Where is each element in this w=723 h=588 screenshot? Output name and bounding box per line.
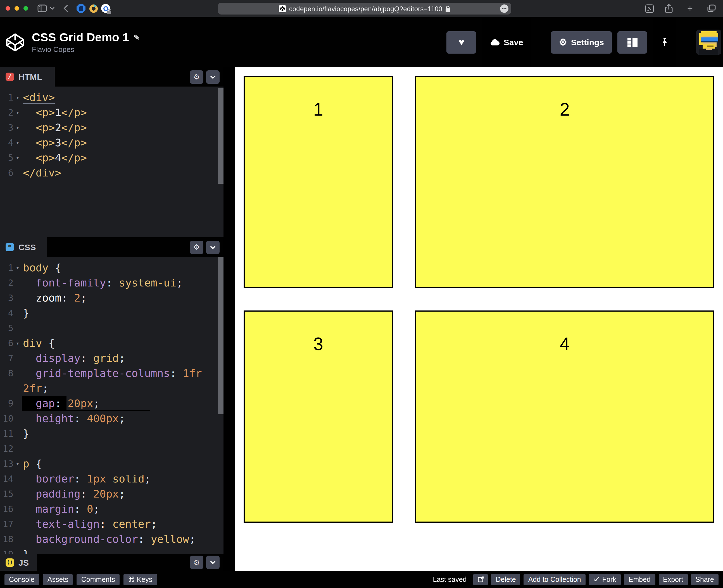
code-line[interactable]: 15 padding: 20px; bbox=[0, 486, 223, 501]
share-icon[interactable] bbox=[663, 2, 675, 15]
line-number: 16 bbox=[0, 501, 14, 517]
code-line[interactable]: 2fr; bbox=[0, 381, 223, 396]
code-text: } bbox=[22, 547, 29, 554]
assets-button[interactable]: Assets bbox=[43, 574, 73, 585]
code-line[interactable]: 4} bbox=[0, 306, 223, 320]
html-settings-gear-icon[interactable]: ⚙ bbox=[190, 70, 203, 83]
keyboard-shortcuts-button[interactable]: ⌘ Keys bbox=[123, 574, 157, 585]
tab-html[interactable]: / HTML bbox=[0, 67, 55, 87]
back-button[interactable] bbox=[59, 2, 72, 15]
fork-button[interactable]: Fork bbox=[589, 574, 621, 585]
preview-pane: 1234 bbox=[235, 67, 723, 571]
code-line[interactable]: 2▾ <p>1</p> bbox=[0, 105, 223, 120]
code-text: gap: 20px; bbox=[22, 396, 100, 411]
sidebar-chevron-icon[interactable] bbox=[48, 2, 56, 15]
change-view-button[interactable] bbox=[617, 31, 647, 53]
fold-caret-icon[interactable]: ▾ bbox=[14, 150, 22, 165]
fold-caret-icon[interactable]: ▾ bbox=[14, 135, 22, 150]
stop-hand-extension-icon[interactable] bbox=[76, 3, 86, 14]
footer-bar: Console Assets Comments ⌘ Keys Last save… bbox=[0, 571, 723, 588]
code-line[interactable]: 5▾ <p>4</p> bbox=[0, 150, 223, 165]
code-line[interactable]: 1▾body { bbox=[0, 260, 223, 275]
footer-right: Last saved Delete Add to Collection Fork… bbox=[433, 574, 719, 585]
code-line[interactable]: 3 zoom: 2; bbox=[0, 290, 223, 306]
donut-chart-extension-icon[interactable] bbox=[88, 3, 98, 14]
password-manager-extension-icon[interactable] bbox=[101, 3, 111, 14]
tab-css[interactable]: * CSS bbox=[0, 237, 47, 257]
js-settings-gear-icon[interactable]: ⚙ bbox=[190, 555, 203, 569]
fold-caret-icon[interactable]: ▾ bbox=[14, 456, 22, 471]
line-number: 7 bbox=[0, 351, 14, 366]
fold-caret-icon[interactable]: ▾ bbox=[14, 90, 22, 105]
open-live-view-button[interactable] bbox=[473, 574, 488, 585]
address-bar[interactable]: codepen.io/flaviocopes/pen/abjpogQ?edito… bbox=[218, 3, 511, 15]
edit-title-icon[interactable]: ✎ bbox=[134, 33, 140, 42]
html-collapse-chevron-icon[interactable] bbox=[206, 70, 220, 83]
fold-caret-icon[interactable]: ▾ bbox=[14, 120, 22, 135]
fold-caret-icon[interactable]: ▾ bbox=[14, 260, 22, 275]
tab-js[interactable]: () JS bbox=[0, 554, 37, 571]
js-collapse-chevron-icon[interactable] bbox=[206, 555, 220, 569]
code-line[interactable]: 8 grid-template-columns: 1fr bbox=[0, 366, 223, 381]
code-line[interactable]: 1▾<div> bbox=[0, 90, 223, 105]
tab-overview-icon[interactable] bbox=[705, 2, 718, 15]
console-button[interactable]: Console bbox=[4, 574, 39, 585]
comments-button[interactable]: Comments bbox=[77, 574, 120, 585]
fullscreen-window-button[interactable] bbox=[23, 6, 28, 10]
embed-button[interactable]: Embed bbox=[624, 574, 655, 585]
new-tab-icon[interactable]: + bbox=[684, 2, 696, 15]
code-line[interactable]: 10 height: 400px; bbox=[0, 411, 223, 426]
code-text: body { bbox=[22, 260, 61, 275]
add-to-collection-button[interactable]: Add to Collection bbox=[524, 574, 585, 585]
code-line[interactable]: 3▾ <p>2</p> bbox=[0, 120, 223, 135]
ring-shape bbox=[103, 6, 108, 11]
code-line[interactable]: 9 gap: 20px; bbox=[0, 396, 223, 411]
fold-caret-icon[interactable]: ▾ bbox=[14, 105, 22, 120]
delete-button[interactable]: Delete bbox=[491, 574, 520, 585]
code-line[interactable]: 2 font-family: system-ui; bbox=[0, 275, 223, 290]
fold-caret-icon bbox=[14, 290, 22, 306]
css-code-editor[interactable]: 1▾body {2 font-family: system-ui;3 zoom:… bbox=[0, 257, 223, 554]
export-button[interactable]: Export bbox=[659, 574, 687, 585]
html-code-editor[interactable]: 1▾<div>2▾ <p>1</p>3▾ <p>2</p>4▾ <p>3</p>… bbox=[0, 87, 223, 237]
code-line[interactable]: 6</div> bbox=[0, 165, 223, 181]
code-line[interactable]: 4▾ <p>3</p> bbox=[0, 135, 223, 150]
code-line[interactable]: 16 margin: 0; bbox=[0, 501, 223, 517]
page-menu-icon[interactable]: ••• bbox=[500, 4, 508, 13]
pen-author[interactable]: Flavio Copes bbox=[32, 45, 140, 54]
code-text: p { bbox=[22, 456, 42, 471]
code-line[interactable]: 11} bbox=[0, 426, 223, 441]
code-line[interactable]: 19} bbox=[0, 547, 223, 554]
code-line[interactable]: 13▾p { bbox=[0, 456, 223, 471]
notion-extension-icon[interactable]: N bbox=[645, 4, 654, 13]
code-line[interactable]: 7 display: grid; bbox=[0, 351, 223, 366]
code-text: text-align: center; bbox=[22, 517, 157, 531]
html-editor-scrollbar[interactable] bbox=[218, 88, 223, 184]
line-number: 4 bbox=[0, 135, 14, 150]
code-line[interactable]: 12 bbox=[0, 441, 223, 456]
code-text: margin: 0; bbox=[22, 501, 100, 517]
code-line[interactable]: 14 border: 1px solid; bbox=[0, 471, 223, 486]
share-button[interactable]: Share bbox=[691, 574, 719, 585]
css-editor-scrollbar[interactable] bbox=[218, 257, 223, 414]
css-settings-gear-icon[interactable]: ⚙ bbox=[190, 240, 203, 254]
css-collapse-chevron-icon[interactable] bbox=[206, 240, 220, 254]
minimize-window-button[interactable] bbox=[15, 6, 19, 10]
code-line[interactable]: 6▾div { bbox=[0, 336, 223, 351]
user-avatar[interactable] bbox=[696, 29, 721, 55]
js-editor-buttons: ⚙ bbox=[190, 555, 223, 569]
line-number: 18 bbox=[0, 531, 14, 547]
html-icon: / bbox=[5, 72, 14, 81]
code-line[interactable]: 17 text-align: center; bbox=[0, 517, 223, 531]
settings-button[interactable]: ⚙ Settings bbox=[551, 31, 612, 53]
like-button[interactable]: ♥ bbox=[447, 31, 476, 53]
code-line[interactable]: 18 background-color: yellow; bbox=[0, 531, 223, 547]
fold-caret-icon[interactable]: ▾ bbox=[14, 336, 22, 351]
code-line[interactable]: 5 bbox=[0, 320, 223, 336]
fold-caret-icon bbox=[14, 381, 22, 396]
codepen-logo[interactable] bbox=[4, 31, 26, 53]
js-icon: () bbox=[5, 558, 14, 567]
sidebar-toggle-icon[interactable] bbox=[36, 2, 48, 15]
close-window-button[interactable] bbox=[5, 6, 10, 10]
line-number: 5 bbox=[0, 320, 14, 336]
